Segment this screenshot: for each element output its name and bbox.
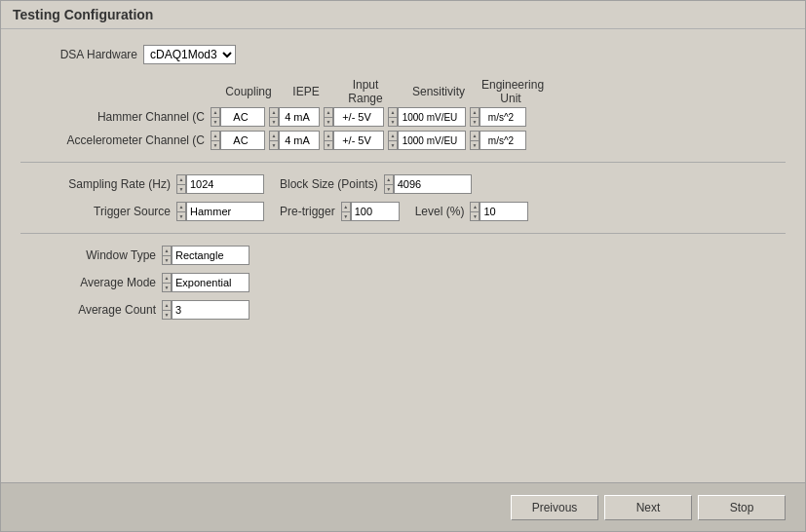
avg-count-down[interactable]: ▼ — [162, 310, 172, 321]
hammer-coupling-field[interactable] — [220, 107, 265, 127]
hammer-engunit-input[interactable] — [480, 108, 521, 126]
trigger-source-down[interactable]: ▼ — [176, 211, 186, 222]
hammer-inputrange-arrows[interactable]: ▲ ▼ — [324, 107, 333, 127]
pre-trigger-arrows[interactable]: ▲ ▼ — [341, 202, 351, 221]
hammer-coupling-arrows[interactable]: ▲ ▼ — [211, 107, 220, 127]
block-size-spin[interactable]: ▲ ▼ — [384, 174, 472, 194]
accel-iepe-field[interactable] — [279, 131, 320, 150]
block-size-field[interactable] — [394, 174, 472, 194]
avg-mode-up[interactable]: ▲ — [162, 273, 172, 283]
hammer-inputrange-input[interactable] — [334, 108, 379, 126]
accel-inputrange-arrows[interactable]: ▲ ▼ — [324, 131, 333, 150]
hammer-coupling-down[interactable]: ▼ — [211, 117, 220, 128]
hammer-coupling-input[interactable] — [221, 108, 260, 126]
accel-engunit-down[interactable]: ▼ — [470, 140, 480, 151]
stop-button[interactable]: Stop — [698, 495, 786, 520]
previous-button[interactable]: Preivous — [511, 495, 598, 520]
accel-engunit-spin[interactable]: ▲ ▼ — [470, 131, 526, 150]
window-type-field[interactable] — [172, 246, 249, 265]
avg-count-field[interactable] — [172, 300, 249, 320]
pre-trigger-down[interactable]: ▼ — [341, 211, 351, 222]
trigger-source-field[interactable] — [186, 202, 264, 221]
hammer-inputrange-up[interactable]: ▲ — [324, 107, 333, 117]
accel-inputrange-field[interactable] — [333, 131, 384, 150]
avg-mode-field[interactable] — [172, 273, 249, 292]
block-size-up[interactable]: ▲ — [384, 174, 394, 184]
hammer-engunit-down[interactable]: ▼ — [470, 117, 480, 128]
accel-sensitivity-field[interactable] — [398, 131, 466, 150]
level-down[interactable]: ▼ — [470, 211, 480, 222]
sampling-rate-up[interactable]: ▲ — [176, 174, 186, 184]
window-type-spin[interactable]: ▲ ▼ — [162, 246, 249, 265]
accel-engunit-arrows[interactable]: ▲ ▼ — [470, 131, 480, 150]
hammer-iepe-up[interactable]: ▲ — [269, 107, 279, 117]
hammer-iepe-arrows[interactable]: ▲ ▼ — [269, 107, 279, 127]
hammer-sensitivity-input[interactable] — [399, 108, 461, 126]
block-size-input[interactable] — [395, 175, 467, 193]
level-field[interactable] — [480, 202, 528, 221]
hammer-engunit-arrows[interactable]: ▲ ▼ — [470, 107, 480, 127]
avg-mode-input[interactable] — [173, 274, 245, 291]
avg-count-input[interactable] — [173, 301, 245, 319]
hammer-iepe-field[interactable] — [279, 107, 320, 127]
accel-iepe-up[interactable]: ▲ — [269, 131, 279, 140]
level-input[interactable] — [480, 203, 523, 220]
sampling-rate-down[interactable]: ▼ — [176, 184, 186, 195]
accel-engunit-field[interactable] — [480, 131, 526, 150]
block-size-down[interactable]: ▼ — [384, 184, 394, 195]
level-arrows[interactable]: ▲ ▼ — [470, 202, 480, 221]
hammer-inputrange-field[interactable] — [333, 107, 384, 127]
pre-trigger-up[interactable]: ▲ — [341, 202, 351, 211]
accel-coupling-input[interactable] — [221, 132, 260, 149]
accel-inputrange-up[interactable]: ▲ — [324, 131, 333, 140]
accel-iepe-spin[interactable]: ▲ ▼ — [269, 131, 320, 150]
trigger-source-spin[interactable]: ▲ ▼ — [176, 202, 264, 221]
sampling-rate-input[interactable] — [187, 175, 259, 193]
accel-inputrange-input[interactable] — [334, 132, 379, 149]
avg-mode-spin[interactable]: ▲ ▼ — [162, 273, 249, 292]
hammer-iepe-input[interactable] — [280, 108, 315, 126]
next-button[interactable]: Next — [604, 495, 692, 520]
hammer-coupling-spin[interactable]: ▲ ▼ — [211, 107, 265, 127]
pre-trigger-field[interactable] — [351, 202, 400, 221]
accel-iepe-input[interactable] — [280, 132, 315, 149]
accel-coupling-down[interactable]: ▼ — [211, 140, 220, 151]
hammer-iepe-down[interactable]: ▼ — [269, 117, 279, 128]
hammer-inputrange-spin[interactable]: ▲ ▼ — [324, 107, 384, 127]
hammer-iepe-spin[interactable]: ▲ ▼ — [269, 107, 320, 127]
block-size-arrows[interactable]: ▲ ▼ — [384, 174, 394, 194]
level-spin[interactable]: ▲ ▼ — [470, 202, 528, 221]
accel-inputrange-spin[interactable]: ▲ ▼ — [324, 131, 384, 150]
accel-coupling-spin[interactable]: ▲ ▼ — [211, 131, 265, 150]
window-type-input[interactable] — [173, 247, 245, 264]
hammer-sensitivity-field[interactable] — [398, 107, 466, 127]
sampling-rate-field[interactable] — [186, 174, 264, 194]
avg-count-up[interactable]: ▲ — [162, 300, 172, 310]
accel-coupling-arrows[interactable]: ▲ ▼ — [211, 131, 220, 150]
accel-coupling-up[interactable]: ▲ — [211, 131, 220, 140]
hammer-coupling-up[interactable]: ▲ — [211, 107, 220, 117]
hammer-engunit-spin[interactable]: ▲ ▼ — [470, 107, 526, 127]
avg-mode-arrows[interactable]: ▲ ▼ — [162, 273, 172, 292]
accel-iepe-down[interactable]: ▼ — [269, 140, 279, 151]
accel-coupling-field[interactable] — [220, 131, 265, 150]
accel-inputrange-down[interactable]: ▼ — [324, 140, 333, 151]
hammer-sensitivity-down[interactable]: ▼ — [388, 117, 398, 128]
pre-trigger-spin[interactable]: ▲ ▼ — [341, 202, 400, 221]
accel-sensitivity-input[interactable] — [399, 132, 461, 149]
hammer-sensitivity-arrows[interactable]: ▲ ▼ — [388, 107, 398, 127]
level-up[interactable]: ▲ — [470, 202, 480, 211]
window-type-arrows[interactable]: ▲ ▼ — [162, 246, 172, 265]
accel-sensitivity-down[interactable]: ▼ — [388, 140, 398, 151]
accel-sensitivity-up[interactable]: ▲ — [388, 131, 398, 140]
hammer-engunit-field[interactable] — [480, 107, 526, 127]
avg-mode-down[interactable]: ▼ — [162, 283, 172, 293]
pre-trigger-input[interactable] — [352, 203, 395, 220]
sampling-rate-arrows[interactable]: ▲ ▼ — [176, 174, 186, 194]
trigger-source-up[interactable]: ▲ — [176, 202, 186, 211]
accel-sensitivity-spin[interactable]: ▲ ▼ — [388, 131, 466, 150]
hammer-inputrange-down[interactable]: ▼ — [324, 117, 333, 128]
trigger-source-input[interactable] — [187, 203, 259, 220]
window-type-down[interactable]: ▼ — [162, 255, 172, 266]
dsa-hardware-select[interactable]: cDAQ1Mod3 — [143, 45, 236, 64]
